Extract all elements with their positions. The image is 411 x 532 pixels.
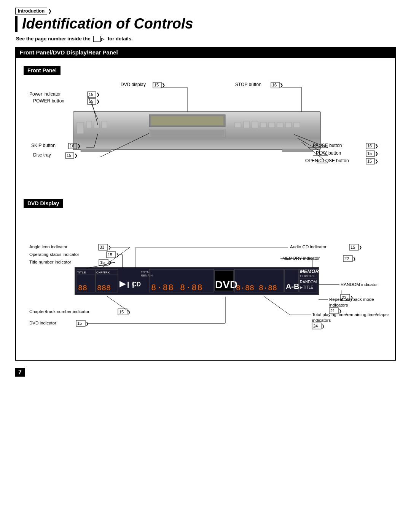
svg-text:❯: ❯ [375,151,378,156]
svg-text:16: 16 [367,144,372,148]
page-number-area: 7 [15,368,396,377]
svg-text:CHP/TRK: CHP/TRK [300,274,315,278]
svg-text:15: 15 [367,151,372,156]
svg-text:❯: ❯ [108,260,112,265]
svg-text:❯: ❯ [86,321,89,326]
svg-text:❯: ❯ [108,245,111,250]
svg-text:8·88 8·88: 8·88 8·88 [151,283,203,293]
svg-text:15: 15 [89,92,93,97]
svg-text:PAUSE button: PAUSE button [313,143,342,148]
svg-text:33: 33 [100,245,104,249]
svg-rect-14 [277,122,283,128]
svg-text:Angle icon indicator: Angle icon indicator [29,244,68,249]
svg-text:15: 15 [67,153,71,158]
section-header: Front Panel/DVD Display/Rear Panel [15,47,396,58]
svg-text:15: 15 [367,159,372,163]
svg-text:RANDOM: RANDOM [300,280,317,284]
dvd-display-diagram: TITLE 88 CHP/TRK 888 ▶ ❙❙ CD TOTAL REMAI… [24,214,387,352]
svg-text:8·88 8·88: 8·88 8·88 [236,284,277,292]
svg-rect-11 [252,121,258,128]
main-content-box: Front Panel [15,58,396,361]
svg-text:15: 15 [350,245,355,249]
svg-text:indicators: indicators [312,318,331,323]
svg-rect-8 [102,121,107,128]
svg-text:SKIP button: SKIP button [31,143,56,148]
svg-text:PLAY button: PLAY button [316,150,341,156]
svg-text:Title number indicator: Title number indicator [29,260,71,264]
svg-text:22: 22 [344,256,349,261]
svg-text:▶: ▶ [119,279,126,288]
page-number: 7 [15,368,25,377]
svg-text:DVD indicator: DVD indicator [29,321,56,325]
svg-text:REMAIN: REMAIN [141,274,153,277]
svg-text:15: 15 [154,83,159,87]
svg-rect-15 [285,122,292,128]
subtitle-end: for details. [108,36,133,42]
svg-text:❯: ❯ [322,324,325,329]
svg-rect-17 [81,149,111,152]
svg-text:❯: ❯ [375,144,378,149]
svg-text:88: 88 [78,284,87,292]
svg-text:❯: ❯ [77,144,81,149]
svg-text:Power indicator: Power indicator [29,91,61,97]
svg-rect-18 [282,149,313,152]
svg-text:Chapter/track number indicator: Chapter/track number indicator [29,309,89,314]
svg-text:Repeat playback mode: Repeat playback mode [329,297,374,302]
svg-text:15: 15 [119,310,124,314]
svg-text:CD: CD [132,281,141,288]
breadcrumb-arrow: ❯ [48,8,52,14]
svg-text:888: 888 [97,284,111,292]
front-panel-header: Front Panel [24,66,61,75]
svg-text:15: 15 [100,260,105,265]
svg-rect-4 [150,130,225,137]
front-panel-section: Front Panel [24,66,387,193]
svg-line-157 [263,296,290,315]
dvd-display-section: DVD Display TITLE 88 CHP/TRK 888 ▶ ❙❙ [24,199,387,352]
svg-text:CHP/TRK: CHP/TRK [96,271,110,274]
breadcrumb: Introduction ❯ [15,8,396,14]
svg-text:A-B: A-B [286,282,299,291]
svg-rect-10 [244,121,250,128]
svg-rect-2 [151,116,223,125]
front-panel-diagram: DVD display 15 ❯ STOP button 16 ❯ Power … [24,81,387,193]
svg-text:▶TITLE: ▶TITLE [300,285,314,289]
svg-rect-12 [260,122,266,128]
breadcrumb-label: Introduction [15,8,47,14]
dvd-display-svg: TITLE 88 CHP/TRK 888 ▶ ❙❙ CD TOTAL REMAI… [24,214,389,351]
svg-rect-6 [86,121,92,128]
svg-text:16: 16 [272,83,277,87]
page-title: Identification of Controls [15,16,396,32]
svg-text:MEMORY indicator: MEMORY indicator [282,256,320,260]
svg-text:24: 24 [313,324,318,328]
svg-text:❯: ❯ [96,99,100,104]
svg-text:Audio CD indicator: Audio CD indicator [290,244,327,249]
svg-text:15: 15 [77,321,82,326]
svg-text:❯: ❯ [359,245,362,250]
svg-text:❯: ❯ [116,253,119,257]
svg-rect-7 [94,121,99,128]
svg-text:OPEN/CLOSE button: OPEN/CLOSE button [305,158,349,163]
svg-text:❯: ❯ [162,83,165,88]
svg-text:indicators: indicators [329,303,348,307]
svg-rect-9 [235,122,241,128]
dvd-display-header: DVD Display [24,199,63,208]
svg-text:❯: ❯ [280,83,283,88]
svg-text:❯: ❯ [96,92,100,97]
svg-text:❯: ❯ [375,159,378,164]
svg-text:DVD: DVD [215,279,237,291]
svg-text:DVD display: DVD display [121,82,146,87]
subtitle-text: See the page number inside the [16,36,91,42]
svg-text:15: 15 [108,252,112,257]
svg-text:15: 15 [89,99,93,104]
svg-text:❯: ❯ [74,153,78,158]
svg-line-103 [100,247,130,269]
svg-rect-13 [269,122,275,128]
svg-text:16: 16 [70,144,74,148]
svg-text:Operating status indicator: Operating status indicator [29,252,79,257]
svg-text:STOP button: STOP button [235,82,261,87]
front-panel-svg: DVD display 15 ❯ STOP button 16 ❯ Power … [24,81,389,192]
svg-rect-5 [77,122,84,134]
svg-text:MEMORY: MEMORY [300,268,323,274]
svg-text:RANDOM indicator: RANDOM indicator [341,282,378,287]
svg-text:POWER button: POWER button [33,98,64,104]
